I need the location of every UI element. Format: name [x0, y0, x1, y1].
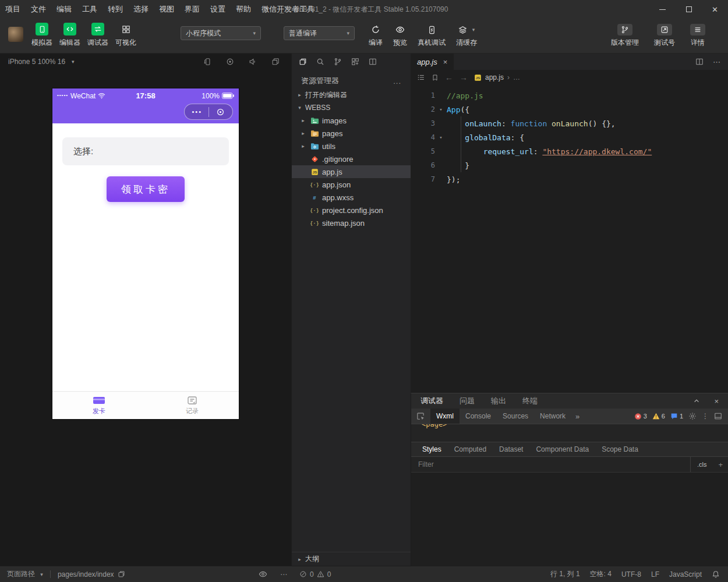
toolbar-action-button-0[interactable]: 编译 — [363, 24, 388, 48]
tab-close-icon[interactable]: × — [443, 58, 448, 66]
branch-icon[interactable] — [334, 58, 342, 66]
menu-item-7[interactable]: 界面 — [179, 0, 205, 19]
indentation-setting[interactable]: 空格: 4 — [590, 569, 612, 579]
select-field[interactable]: 选择: — [62, 137, 229, 165]
breadcrumb[interactable]: JS app.js › … — [474, 73, 520, 81]
capsule-close-button[interactable] — [209, 108, 233, 116]
back-arrow-icon[interactable]: ← — [445, 73, 453, 82]
toolbar-action-button-3[interactable]: ▾清缓存 — [451, 24, 482, 48]
copy-path-icon[interactable] — [118, 570, 125, 578]
warning-badge[interactable]: 6 — [652, 413, 665, 420]
styles-tab-0[interactable]: Styles — [416, 445, 448, 453]
outline-section[interactable]: ▸ 大纲 — [292, 552, 411, 566]
file-tree-item-7[interactable]: {·}project.config.json — [292, 204, 411, 217]
settings-gear-icon[interactable] — [688, 412, 697, 420]
message-badge[interactable]: 1 — [670, 413, 683, 420]
menu-item-8[interactable]: 设置 — [205, 0, 231, 19]
toolbar-action-button-2[interactable]: 真机调试 — [412, 24, 451, 48]
editor-tab-appjs[interactable]: app.js × — [411, 54, 454, 70]
file-tree-item-8[interactable]: {·}sitemap.json — [292, 217, 411, 229]
menu-item-2[interactable]: 编辑 — [51, 0, 77, 19]
toolbar-view-button-2[interactable]: 调试器 — [84, 23, 112, 48]
split-icon[interactable] — [369, 58, 377, 66]
styles-tab-1[interactable]: Computed — [448, 445, 493, 453]
fold-chevron-icon[interactable]: ▾ — [435, 107, 447, 112]
toggle-class-button[interactable]: .cls — [690, 457, 713, 472]
menu-item-0[interactable]: 项目 — [0, 0, 26, 19]
wxml-element-tree[interactable]: <page> — [411, 424, 728, 442]
close-panel-icon[interactable]: × — [714, 397, 719, 406]
code-editor[interactable]: 1//app.js2▾App({3 onLaunch: function onL… — [411, 85, 728, 186]
copy-icon[interactable] — [299, 58, 307, 66]
dock-side-icon[interactable] — [714, 412, 722, 420]
close-button[interactable]: ✕ — [702, 0, 728, 19]
bookmark-icon[interactable] — [432, 74, 439, 81]
project-root-section[interactable]: ▾ WEBSS — [292, 101, 411, 114]
file-tree-item-5[interactable]: {·}app.json — [292, 178, 411, 191]
menu-item-4[interactable]: 转到 — [103, 0, 128, 19]
maximize-button[interactable] — [676, 0, 702, 19]
error-badge[interactable]: 3 — [634, 413, 647, 420]
more-actions-icon[interactable]: ⋯ — [713, 58, 721, 66]
minimize-button[interactable] — [649, 0, 676, 19]
devtools-tab-1[interactable]: Console — [460, 409, 497, 424]
mode-select[interactable]: 小程序模式 ▾ — [181, 26, 261, 40]
filter-input[interactable] — [418, 460, 593, 469]
fold-chevron-icon[interactable]: ▾ — [435, 134, 447, 140]
file-tree-item-3[interactable]: .gitignore — [292, 152, 411, 165]
record-icon[interactable] — [226, 58, 234, 66]
collapse-panel-icon[interactable] — [693, 398, 700, 404]
toolbar-view-button-3[interactable]: 可视化 — [112, 23, 140, 48]
get-card-button[interactable]: 领取卡密 — [107, 176, 185, 202]
menu-item-9[interactable]: 帮助 — [231, 0, 256, 19]
toolbar-right-button-0[interactable]: 版本管理 — [603, 24, 646, 48]
rotate-icon[interactable] — [203, 58, 211, 66]
blocks-icon[interactable] — [351, 58, 359, 66]
file-tree-item-0[interactable]: ▸images — [292, 114, 411, 127]
user-avatar[interactable] — [8, 27, 23, 42]
file-tree-item-4[interactable]: JSapp.js — [292, 165, 411, 178]
cursor-position[interactable]: 行 1, 列 1 — [550, 569, 580, 579]
file-tree-item-2[interactable]: ▸utils — [292, 140, 411, 152]
debugger-panel-tab-2[interactable]: 输出 — [491, 396, 506, 406]
eol-setting[interactable]: LF — [651, 570, 659, 579]
debugger-panel-tab-3[interactable]: 终端 — [522, 396, 538, 406]
new-style-rule-icon[interactable]: + — [713, 460, 728, 469]
capsule-more-button[interactable]: ••• — [185, 108, 208, 115]
styles-tab-2[interactable]: Dataset — [493, 445, 529, 453]
devtools-tab-0[interactable]: Wxml — [430, 409, 460, 424]
phone-tab-0[interactable]: 发卡 — [52, 392, 146, 419]
inspect-element-icon[interactable] — [411, 412, 430, 421]
file-tree-item-1[interactable]: ▸pages — [292, 127, 411, 140]
toolbar-view-button-1[interactable]: 编辑器 — [56, 23, 84, 48]
outline-list-icon[interactable] — [417, 73, 425, 81]
notifications-bell-icon[interactable] — [712, 570, 720, 579]
toolbar-right-button-1[interactable]: 测试号 — [646, 24, 683, 48]
forward-arrow-icon[interactable]: → — [460, 73, 468, 82]
explorer-more-button[interactable]: ... — [393, 77, 401, 86]
language-mode[interactable]: JavaScript — [669, 570, 702, 579]
devtools-tab-2[interactable]: Sources — [497, 409, 534, 424]
menu-item-3[interactable]: 工具 — [77, 0, 103, 19]
styles-tab-4[interactable]: Scope Data — [595, 445, 645, 453]
kebab-menu-icon[interactable]: ⋮ — [702, 412, 709, 420]
compile-mode-select[interactable]: 普通编译 ▾ — [284, 26, 355, 40]
eye-icon[interactable] — [259, 570, 267, 579]
windows-icon[interactable] — [271, 58, 280, 66]
file-tree-item-6[interactable]: #app.wxss — [292, 191, 411, 204]
toolbar-view-button-0[interactable]: 模拟器 — [28, 23, 56, 48]
problems-summary[interactable]: 0 0 — [299, 570, 331, 579]
phone-tab-1[interactable]: 记录 — [146, 392, 239, 419]
page-path-selector[interactable]: 页面路径 ▾ — [7, 569, 43, 579]
search-icon[interactable] — [316, 58, 324, 66]
split-editor-icon[interactable] — [695, 58, 704, 66]
tabs-overflow-icon[interactable]: » — [571, 412, 584, 421]
devtools-tab-3[interactable]: Network — [534, 409, 571, 424]
device-selector[interactable]: iPhone 5 100% 16 ▾ — [8, 58, 75, 66]
menu-item-1[interactable]: 文件 — [26, 0, 51, 19]
debugger-panel-tab-0[interactable]: 调试器 — [420, 396, 443, 406]
toolbar-right-button-2[interactable]: 详情 — [683, 24, 713, 48]
styles-tab-3[interactable]: Component Data — [529, 445, 595, 453]
more-options-icon[interactable]: ⋯ — [280, 570, 288, 579]
open-editors-section[interactable]: ▸ 打开的编辑器 — [292, 88, 411, 101]
